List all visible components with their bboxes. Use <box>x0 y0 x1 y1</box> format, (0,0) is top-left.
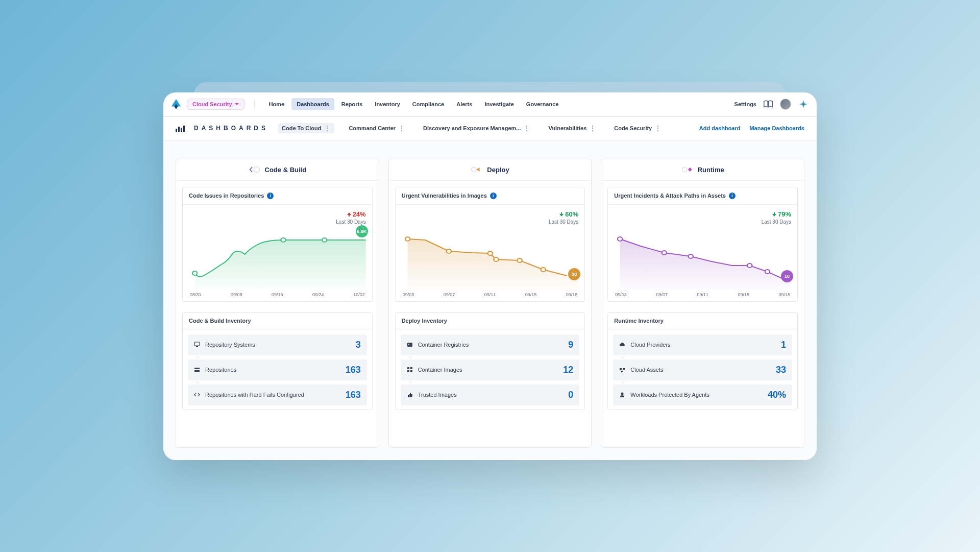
inventory-item[interactable]: Cloud Providers 1 <box>613 334 792 355</box>
svg-point-16 <box>494 257 498 261</box>
dash-tab-discovery[interactable]: Discovery and Exposure Managem... ⋮ <box>419 123 534 133</box>
svg-rect-8 <box>194 342 200 346</box>
add-dashboard-link[interactable]: Add dashboard <box>699 125 741 131</box>
dash-tab-label: Code To Cloud <box>282 125 321 131</box>
nav-compliance[interactable]: Compliance <box>407 98 449 110</box>
svg-point-15 <box>487 251 492 255</box>
kebab-menu-icon[interactable]: ⋮ <box>324 125 330 131</box>
kebab-menu-icon[interactable]: ⋮ <box>524 125 530 131</box>
svg-rect-10 <box>194 368 200 369</box>
cloud-icon <box>619 342 625 348</box>
dashboard-bar-title: DASHBOARDS <box>194 125 268 132</box>
nav-alerts[interactable]: Alerts <box>451 98 477 110</box>
inventory-label: Repositories <box>205 367 340 373</box>
stack-icon <box>194 367 200 373</box>
kebab-menu-icon[interactable]: ⋮ <box>590 125 596 131</box>
kebab-menu-icon[interactable]: ⋮ <box>399 125 405 131</box>
panel-code-build: Code & Build Code Issues in Repositories… <box>176 159 379 448</box>
docs-icon[interactable] <box>764 100 773 108</box>
panel-header: Runtime <box>601 159 804 181</box>
svg-rect-20 <box>408 344 409 345</box>
inventory-value: 12 <box>563 365 573 375</box>
chart-line <box>189 225 366 290</box>
main-nav: Home Dashboards Reports Inventory Compli… <box>264 98 564 110</box>
svg-point-18 <box>541 268 545 272</box>
nav-reports[interactable]: Reports <box>336 98 368 110</box>
inventory-label: Workloads Protected By Agents <box>630 392 763 398</box>
copilot-icon[interactable] <box>798 99 808 109</box>
svg-point-30 <box>765 270 770 274</box>
inventory-item[interactable]: Workloads Protected By Agents 40% <box>613 385 792 405</box>
dash-tab-command-center[interactable]: Command Center ⋮ <box>345 123 409 133</box>
chart-title: Urgent Vulnerabilities in Images <box>402 193 487 199</box>
nav-inventory[interactable]: Inventory <box>370 98 405 110</box>
svg-point-7 <box>322 238 327 242</box>
nav-governance[interactable]: Governance <box>521 98 564 110</box>
info-icon[interactable]: i <box>490 193 497 199</box>
inventory-item[interactable]: Repository Systems 3 <box>188 334 367 355</box>
trend-sub: Last 30 Days <box>189 219 366 225</box>
chart-card-incidents: Urgent Incidents & Attack Paths in Asset… <box>607 187 798 302</box>
info-icon[interactable]: i <box>729 193 736 199</box>
inventory-value: 163 <box>346 390 361 400</box>
svg-rect-21 <box>407 367 409 369</box>
svg-point-5 <box>192 271 197 275</box>
dash-tab-code-to-cloud[interactable]: Code To Cloud ⋮ <box>278 123 334 133</box>
svg-rect-11 <box>194 370 200 372</box>
svg-point-27 <box>662 251 667 255</box>
panel-title: Runtime <box>698 166 724 174</box>
settings-link[interactable]: Settings <box>734 101 756 107</box>
info-icon[interactable]: i <box>267 193 274 199</box>
inventory-value: 40% <box>768 390 786 400</box>
svg-point-6 <box>281 238 285 242</box>
inventory-card-code-build: Code & Build Inventory Repository System… <box>182 312 373 410</box>
panel-header: Code & Build <box>176 159 379 181</box>
inventory-title: Deploy Inventory <box>402 318 447 324</box>
inventory-item[interactable]: Repositories 163 <box>188 359 367 380</box>
inventory-item[interactable]: Cloud Assets 33 <box>613 359 792 380</box>
manage-dashboards-link[interactable]: Manage Dashboards <box>749 125 804 131</box>
inventory-label: Cloud Providers <box>630 342 776 348</box>
chart-xaxis: 09/03 09/07 09/11 09/15 09/18 <box>614 290 791 297</box>
chart-end-badge: 6.8K <box>356 225 368 237</box>
inventory-item[interactable]: Trusted Images 0 <box>401 385 580 405</box>
svg-point-26 <box>618 237 622 241</box>
nav-investigate[interactable]: Investigate <box>479 98 519 110</box>
dash-tab-label: Code Security <box>614 125 652 131</box>
nav-dashboards[interactable]: Dashboards <box>291 98 334 110</box>
dash-tab-code-security[interactable]: Code Security ⋮ <box>610 123 665 133</box>
inventory-value: 9 <box>568 340 573 350</box>
assets-icon <box>619 367 625 373</box>
dash-tab-vulnerabilities[interactable]: Vulnerabilities ⋮ <box>544 123 600 133</box>
user-avatar[interactable] <box>780 99 791 110</box>
svg-rect-24 <box>410 370 412 372</box>
svg-rect-3 <box>183 126 185 132</box>
svg-point-12 <box>472 167 477 172</box>
arrow-down-icon <box>772 212 777 217</box>
inventory-label: Container Registries <box>418 342 564 348</box>
registry-icon <box>407 342 413 348</box>
nav-home[interactable]: Home <box>264 98 290 110</box>
deploy-icon <box>471 165 483 174</box>
svg-point-28 <box>689 254 693 258</box>
panel-title: Code & Build <box>265 166 307 174</box>
inventory-card-deploy: Deploy Inventory Container Registries 9 … <box>395 312 585 410</box>
app-logo-icon <box>172 99 181 109</box>
inventory-label: Container Images <box>418 367 558 373</box>
svg-rect-0 <box>176 129 177 132</box>
context-switcher[interactable]: Cloud Security <box>187 99 245 110</box>
dash-tab-label: Command Center <box>349 125 396 131</box>
svg-point-17 <box>517 258 522 262</box>
context-label: Cloud Security <box>192 101 232 107</box>
svg-point-25 <box>682 167 687 172</box>
inventory-item[interactable]: Container Images 12 <box>401 359 580 380</box>
svg-rect-23 <box>407 370 409 372</box>
code-icon <box>194 392 200 398</box>
kebab-menu-icon[interactable]: ⋮ <box>655 125 661 131</box>
svg-rect-19 <box>407 343 412 347</box>
inventory-value: 33 <box>776 365 786 375</box>
inventory-item[interactable]: Container Registries 9 <box>401 334 580 355</box>
divider <box>254 99 255 109</box>
chart-end-badge: 18 <box>781 270 793 282</box>
inventory-item[interactable]: Repositories with Hard Fails Configured … <box>188 385 367 405</box>
